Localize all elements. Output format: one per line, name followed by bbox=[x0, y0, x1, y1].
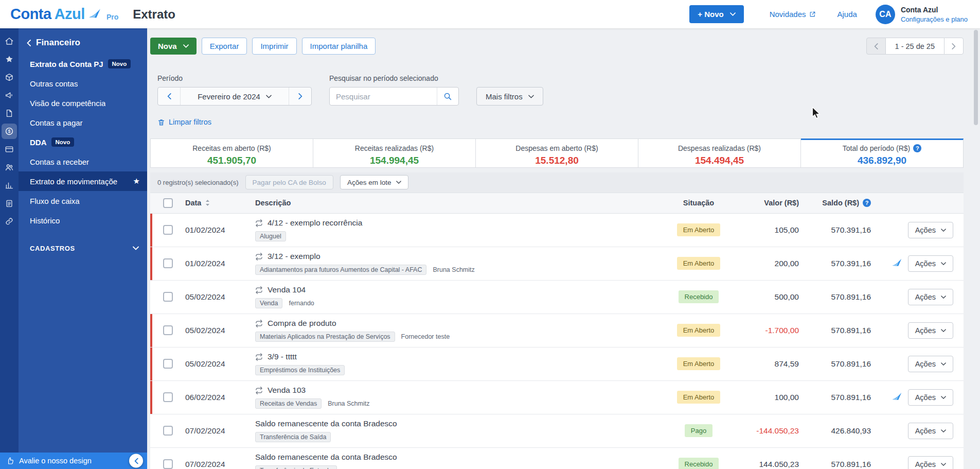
row-acoes-button[interactable]: Ações bbox=[908, 222, 953, 238]
sidebar-collapse-button[interactable] bbox=[129, 454, 143, 468]
sidebar-section-header[interactable]: Financeiro bbox=[19, 28, 147, 54]
conta-azul-logo[interactable]: Conta Azul Pro bbox=[10, 6, 118, 23]
row-acoes-button[interactable]: Ações bbox=[908, 289, 953, 305]
category-chip: Adiantamentos para futuros Aumentos de C… bbox=[255, 265, 426, 275]
row-checkbox[interactable] bbox=[163, 292, 173, 302]
pagar-ca-bolso-button[interactable]: Pagar pelo CA de Bolso bbox=[245, 175, 333, 189]
sidebar-item-historico[interactable]: Histórico bbox=[19, 211, 147, 230]
card-total-do-periodo[interactable]: Total do período (R$) ? 436.892,90 bbox=[801, 138, 964, 168]
sidebar-item-extrato-da-conta-pj[interactable]: Extrato da Conta PJ Novo bbox=[19, 54, 147, 74]
period-prev-button[interactable] bbox=[158, 88, 181, 105]
sidebar-item-contas-a-pagar[interactable]: Contas a pagar bbox=[19, 113, 147, 132]
sort-icon[interactable] bbox=[205, 199, 210, 206]
search-input[interactable] bbox=[330, 88, 437, 105]
table-row: 07/02/2024 Saldo remanescente da conta B… bbox=[150, 414, 964, 448]
novidades-link[interactable]: Novidades bbox=[770, 10, 816, 19]
pagination-prev-button[interactable] bbox=[866, 38, 886, 55]
design-feedback-banner[interactable]: Avalie o nosso design bbox=[0, 453, 147, 469]
sidebar-item-fluxo-de-caixa[interactable]: Fluxo de caixa bbox=[19, 191, 147, 211]
row-title[interactable]: Compra de produto bbox=[268, 319, 336, 328]
sidebar-item-cadastros[interactable]: CADASTROS bbox=[19, 238, 147, 258]
row-checkbox[interactable] bbox=[163, 426, 173, 436]
pagination-next-button[interactable] bbox=[944, 38, 964, 55]
select-all-checkbox[interactable] bbox=[163, 198, 173, 208]
clear-filters-row: Limpar filtros bbox=[157, 118, 964, 128]
category-chip: Receitas de Vendas bbox=[255, 398, 322, 409]
row-title[interactable]: 3/9 - ttttt bbox=[268, 352, 297, 361]
search-button[interactable] bbox=[437, 88, 458, 105]
chevron-down-icon bbox=[941, 463, 946, 466]
nova-button[interactable]: Nova bbox=[150, 38, 197, 55]
invoice-icon[interactable] bbox=[2, 106, 17, 121]
sidebar-item-contas-a-receber[interactable]: Contas a receber bbox=[19, 152, 147, 171]
settings-plan-link[interactable]: Configurações e plano bbox=[901, 15, 968, 23]
table-header: Data Descrição Situação Valor (R$) Saldo… bbox=[150, 193, 964, 214]
sidebar-item-outras-contas[interactable]: Outras contas bbox=[19, 74, 147, 93]
chevron-left-icon bbox=[27, 40, 31, 46]
favorite-star-icon[interactable]: ★ bbox=[133, 177, 140, 186]
help-icon[interactable]: ? bbox=[863, 199, 871, 207]
row-title[interactable]: Saldo remanescente da conta Bradesco bbox=[255, 419, 397, 428]
people-icon[interactable] bbox=[2, 160, 17, 175]
mais-filtros-button[interactable]: Mais filtros bbox=[476, 87, 543, 106]
home-icon[interactable] bbox=[2, 33, 17, 49]
row-title[interactable]: Venda 103 bbox=[268, 386, 306, 395]
table-body: 01/02/2024 4/12 - exemplo recorrência Al… bbox=[150, 214, 964, 469]
row-acoes-button[interactable]: Ações bbox=[908, 456, 953, 469]
row-checkbox[interactable] bbox=[163, 459, 173, 469]
row-title[interactable]: 4/12 - exemplo recorrência bbox=[268, 218, 362, 228]
row-acoes-button[interactable]: Ações bbox=[908, 423, 953, 439]
chevron-down-icon bbox=[941, 296, 946, 299]
help-icon[interactable]: ? bbox=[913, 144, 921, 152]
row-checkbox[interactable] bbox=[163, 258, 173, 268]
importar-planilha-label: Importar planilha bbox=[310, 42, 368, 50]
row-title[interactable]: Venda 104 bbox=[268, 285, 306, 294]
acoes-em-lote-button[interactable]: Ações em lote bbox=[340, 175, 409, 189]
novo-button[interactable]: + Novo bbox=[689, 5, 743, 23]
row-checkbox[interactable] bbox=[163, 392, 173, 402]
card-receitas-realizadas[interactable]: Receitas realizadas (R$) 154.994,45 bbox=[313, 138, 476, 168]
novo-badge: Novo bbox=[108, 59, 131, 68]
pagar-ca-bolso-label: Pagar pelo CA de Bolso bbox=[253, 179, 326, 186]
row-acoes-button[interactable]: Ações bbox=[908, 322, 953, 339]
trash-icon bbox=[157, 118, 165, 126]
chevron-left-icon bbox=[167, 93, 171, 99]
row-checkbox[interactable] bbox=[163, 325, 173, 335]
chart-icon[interactable] bbox=[2, 178, 17, 193]
row-acoes-button[interactable]: Ações bbox=[908, 356, 953, 372]
sidebar-item-visao-de-competencia[interactable]: Visão de competência bbox=[19, 93, 147, 113]
period-value-dropdown[interactable]: Fevereiro de 2024 bbox=[181, 88, 289, 105]
row-acoes-button[interactable]: Ações bbox=[908, 255, 953, 272]
scrollbar-thumb[interactable] bbox=[974, 30, 978, 125]
row-title[interactable]: 3/12 - exemplo bbox=[268, 252, 320, 261]
sidebar-item-extrato-de-movimentacoes[interactable]: Extrato de movimentaçõe ★ bbox=[19, 171, 147, 191]
clipboard-icon[interactable] bbox=[2, 196, 17, 211]
row-title[interactable]: Saldo remanescente da conta Bradesco bbox=[255, 453, 397, 462]
star-icon[interactable] bbox=[2, 51, 17, 67]
megaphone-icon[interactable] bbox=[2, 88, 17, 103]
conta-azul-swoosh-icon bbox=[88, 8, 101, 21]
nova-button-label: Nova bbox=[158, 42, 177, 50]
category-chip: Empréstimos de Instituições bbox=[255, 365, 345, 375]
card-despesas-realizadas[interactable]: Despesas realizadas (R$) 154.494,45 bbox=[638, 138, 801, 168]
row-saldo: 570.891,16 bbox=[799, 393, 871, 402]
row-checkbox[interactable] bbox=[163, 359, 173, 369]
table-row: 06/02/2024 Venda 103 Receitas de Vendas … bbox=[150, 381, 964, 414]
products-icon[interactable] bbox=[2, 70, 17, 85]
importar-planilha-button[interactable]: Importar planilha bbox=[302, 38, 376, 55]
row-checkbox[interactable] bbox=[163, 225, 173, 235]
sidebar-item-dda[interactable]: DDA Novo bbox=[19, 132, 147, 152]
row-acoes-button[interactable]: Ações bbox=[908, 389, 953, 406]
limpar-filtros-link[interactable]: Limpar filtros bbox=[157, 118, 211, 126]
imprimir-button[interactable]: Imprimir bbox=[252, 38, 296, 55]
card-icon[interactable] bbox=[2, 142, 17, 157]
finance-dollar-icon[interactable]: $ bbox=[2, 124, 17, 139]
card-receitas-em-aberto[interactable]: Receitas em aberto (R$) 451.905,70 bbox=[150, 138, 313, 168]
link-icon[interactable] bbox=[2, 214, 17, 229]
period-next-button[interactable] bbox=[289, 88, 311, 105]
ajuda-link[interactable]: Ajuda bbox=[838, 10, 857, 19]
exportar-button[interactable]: Exportar bbox=[202, 38, 247, 55]
row-date: 05/02/2024 bbox=[185, 292, 246, 302]
avatar[interactable]: CA bbox=[876, 5, 895, 24]
card-despesas-em-aberto[interactable]: Despesas em aberto (R$) 15.512,80 bbox=[476, 138, 638, 168]
